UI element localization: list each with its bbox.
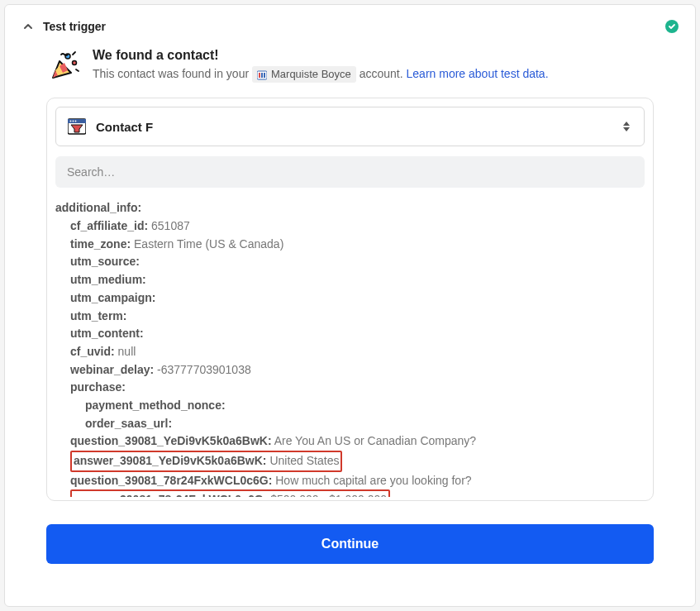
record-selector[interactable]: Contact F bbox=[55, 107, 645, 146]
svg-marker-12 bbox=[623, 127, 630, 131]
svg-point-10 bbox=[75, 121, 77, 122]
found-contact-block: We found a contact! This contact was fou… bbox=[46, 48, 679, 83]
data-row: answer_39081_78r24FxkWCL0c6G: $500,000 -… bbox=[55, 489, 641, 497]
data-value: $500,000 - $1,000,000 bbox=[267, 493, 387, 497]
test-trigger-panel: Test trigger We found a contact! This co… bbox=[4, 4, 696, 607]
data-key: order_saas_url: bbox=[85, 417, 172, 430]
data-value: Eastern Time (US & Canada) bbox=[131, 237, 283, 251]
success-check-icon bbox=[665, 20, 679, 33]
account-chip[interactable]: Marquiste Boyce bbox=[252, 66, 356, 83]
svg-point-1 bbox=[73, 61, 77, 65]
data-key: cf_uvid: bbox=[70, 345, 115, 358]
data-key: utm_medium: bbox=[70, 273, 146, 286]
data-key: utm_content: bbox=[70, 327, 144, 340]
data-value: United States bbox=[267, 454, 340, 467]
data-row: question_39081_YeDi9vK5k0a6BwK: Are You … bbox=[55, 432, 641, 451]
panel-title: Test trigger bbox=[43, 20, 106, 33]
data-row: payment_method_nonce: bbox=[55, 397, 641, 415]
data-value: -63777703901038 bbox=[154, 363, 251, 376]
data-row: utm_content: bbox=[55, 325, 641, 343]
learn-more-link[interactable]: Learn more about test data. bbox=[407, 67, 549, 80]
data-row: webinar_delay: -63777703901038 bbox=[55, 361, 641, 379]
found-title: We found a contact! bbox=[93, 48, 549, 63]
found-suffix: account. bbox=[360, 67, 403, 80]
data-key: payment_method_nonce: bbox=[85, 399, 226, 412]
svg-rect-4 bbox=[261, 73, 263, 78]
data-value: 651087 bbox=[148, 219, 190, 232]
data-row: additional_info: bbox=[55, 199, 641, 217]
party-popper-icon bbox=[46, 48, 81, 83]
data-key: additional_info: bbox=[55, 201, 141, 214]
found-subtitle: This contact was found in your Marquiste… bbox=[93, 66, 549, 83]
data-row: order_saas_url: bbox=[55, 415, 641, 433]
data-value: null bbox=[115, 345, 136, 358]
data-key: question_39081_78r24FxkWCL0c6G: bbox=[70, 474, 272, 487]
clickfunnels-icon bbox=[68, 117, 86, 136]
svg-point-8 bbox=[70, 121, 72, 122]
record-card: Contact F additional_info:cf_affiliate_i… bbox=[46, 98, 654, 501]
svg-rect-3 bbox=[259, 73, 260, 78]
data-row: question_39081_78r24FxkWCL0c6G: How much… bbox=[55, 472, 641, 490]
search-wrap bbox=[55, 156, 645, 188]
data-key: question_39081_YeDi9vK5k0a6BwK: bbox=[70, 434, 272, 447]
data-key: utm_campaign: bbox=[70, 291, 155, 304]
data-key: purchase: bbox=[70, 380, 126, 394]
svg-rect-5 bbox=[264, 73, 265, 78]
data-key: cf_affiliate_id: bbox=[70, 219, 148, 232]
data-row: utm_source: bbox=[55, 253, 641, 271]
found-contact-text: We found a contact! This contact was fou… bbox=[93, 48, 549, 83]
data-key: time_zone: bbox=[70, 237, 131, 251]
data-row: answer_39081_YeDi9vK5k0a6BwK: United Sta… bbox=[55, 451, 641, 472]
data-row: cf_uvid: null bbox=[55, 343, 641, 361]
panel-header: Test trigger bbox=[21, 20, 679, 33]
found-prefix: This contact was found in your bbox=[93, 67, 249, 80]
data-key: utm_source: bbox=[70, 255, 140, 268]
data-row: purchase: bbox=[55, 379, 641, 397]
highlighted-row: answer_39081_78r24FxkWCL0c6G: $500,000 -… bbox=[70, 489, 390, 497]
data-value: Are You An US or Canadian Company? bbox=[272, 434, 477, 447]
data-key: answer_39081_78r24FxkWCL0c6G: bbox=[74, 493, 267, 497]
continue-button[interactable]: Continue bbox=[46, 524, 654, 564]
data-row: time_zone: Eastern Time (US & Canada) bbox=[55, 236, 641, 254]
sort-arrows-icon bbox=[622, 120, 632, 133]
data-key: utm_term: bbox=[70, 309, 126, 322]
data-row: utm_campaign: bbox=[55, 289, 641, 308]
clickfunnels-mini-icon bbox=[257, 69, 267, 79]
account-name: Marquiste Boyce bbox=[271, 67, 351, 82]
data-row: utm_medium: bbox=[55, 271, 641, 289]
data-key: webinar_delay: bbox=[70, 363, 154, 376]
svg-point-9 bbox=[73, 121, 74, 122]
record-selector-label: Contact F bbox=[96, 120, 612, 134]
data-key: answer_39081_YeDi9vK5k0a6BwK: bbox=[74, 454, 267, 467]
highlighted-row: answer_39081_YeDi9vK5k0a6BwK: United Sta… bbox=[70, 451, 342, 472]
data-row: utm_term: bbox=[55, 308, 641, 326]
svg-marker-11 bbox=[623, 122, 630, 126]
data-value: How much capital are you looking for? bbox=[272, 474, 471, 487]
data-row: cf_affiliate_id: 651087 bbox=[55, 217, 641, 236]
collapse-chevron-icon[interactable] bbox=[21, 20, 35, 33]
record-data-list[interactable]: additional_info:cf_affiliate_id: 651087t… bbox=[55, 199, 645, 497]
search-input[interactable] bbox=[55, 156, 645, 188]
